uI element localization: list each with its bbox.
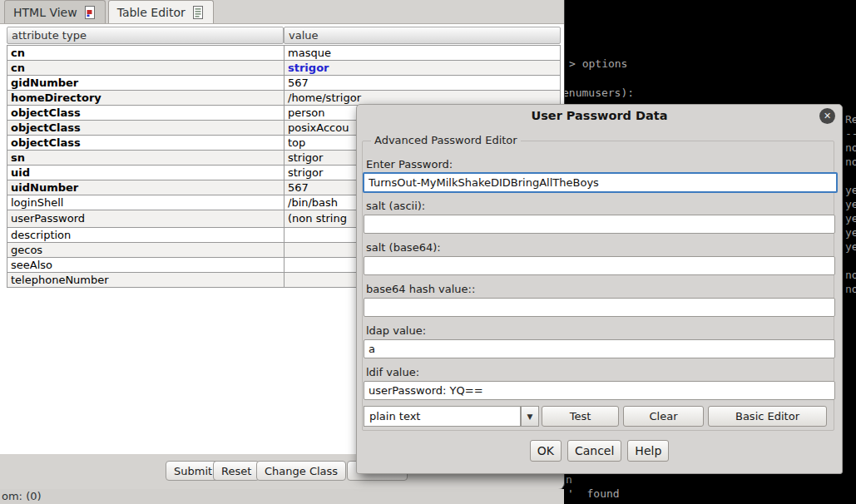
attribute-type-cell: objectClass <box>7 106 284 121</box>
help-button[interactable]: Help <box>627 440 669 462</box>
user-password-dialog: User Password Data ✕ Advanced Password E… <box>356 104 843 474</box>
status-bar: om: (0) <box>0 489 564 504</box>
table-row[interactable]: cnmasque <box>7 46 561 61</box>
attribute-type-cell: sn <box>7 151 284 166</box>
group-label: Advanced Password Editor <box>371 134 521 146</box>
tab-label: HTML View <box>13 6 77 19</box>
enter-password-input[interactable] <box>363 172 838 193</box>
dialog-title: User Password Data <box>357 109 842 122</box>
salt-base64-input[interactable] <box>364 256 835 275</box>
terminal-text-fragment: no <box>845 156 856 168</box>
attribute-type-cell: cn <box>7 61 284 76</box>
table-row[interactable]: cnstrigor <box>7 61 561 76</box>
attribute-type-cell: objectClass <box>7 121 284 136</box>
scheme-select[interactable]: plain text <box>364 406 521 427</box>
close-icon[interactable]: ✕ <box>819 108 835 124</box>
terminal-text-fragment: Re <box>845 113 856 126</box>
cancel-button[interactable]: Cancel <box>567 440 621 462</box>
ok-button[interactable]: OK <box>530 440 562 462</box>
tab-table-editor[interactable]: Table Editor <box>108 0 214 23</box>
tab-bar: HTML View Table Editor <box>0 0 564 23</box>
attribute-type-cell: gidNumber <box>7 76 284 91</box>
base64-hash-value-label: base64 hash value:: <box>366 283 475 295</box>
tab-html-view[interactable]: HTML View <box>4 0 106 23</box>
attribute-type-cell: uidNumber <box>7 180 284 195</box>
terminal-text-fragment: -- <box>845 127 856 140</box>
clear-button[interactable]: Clear <box>623 406 704 427</box>
test-button[interactable]: Test <box>542 406 619 427</box>
desktop: > optionsenumusers):n' found Re--nonoyey… <box>0 0 856 504</box>
attribute-type-cell: loginShell <box>7 195 284 210</box>
attribute-type-cell: seeAlso <box>7 258 284 273</box>
ldap-value-label: ldap value: <box>366 324 426 337</box>
attribute-type-cell: telephoneNumber <box>7 273 284 288</box>
ldif-value-input[interactable] <box>364 381 835 400</box>
terminal-text-line: > options <box>569 57 627 70</box>
column-header-attribute-type[interactable]: attribute type <box>7 27 284 44</box>
attribute-type-cell: description <box>7 228 284 243</box>
attribute-type-cell: objectClass <box>7 136 284 151</box>
terminal-text-line: enumusers): <box>562 86 634 99</box>
attribute-type-cell: gecos <box>7 243 284 258</box>
terminal-text-fragment: ye <box>845 226 856 239</box>
attribute-value-cell: masque <box>284 46 561 61</box>
terminal-text-fragment: no <box>845 269 856 281</box>
attribute-type-cell: homeDirectory <box>7 91 284 106</box>
basic-editor-button[interactable]: Basic Editor <box>708 406 827 427</box>
ldap-value-input[interactable] <box>364 339 835 358</box>
terminal-text-fragment: ye <box>845 184 856 196</box>
terminal-text-fragment: ye <box>845 240 856 253</box>
attribute-value-cell: 567 <box>284 76 561 91</box>
ldif-value-label: ldif value: <box>366 366 419 378</box>
change-class-button[interactable]: Change Class <box>256 461 346 481</box>
table-doc-icon <box>191 6 205 19</box>
terminal-text-fragment: no <box>845 141 856 154</box>
attribute-type-cell: uid <box>7 166 284 180</box>
column-header-value[interactable]: value <box>284 27 561 44</box>
terminal-text-line: ' found <box>567 487 620 500</box>
tab-label: Table Editor <box>117 6 186 19</box>
terminal-text-fragment: no <box>845 283 856 295</box>
html-doc-icon <box>83 6 96 19</box>
dialog-footer: OK Cancel Help <box>357 440 842 462</box>
attribute-type-cell: userPassword <box>7 210 284 228</box>
salt-base64-label: salt (base64): <box>366 241 441 254</box>
salt-ascii-input[interactable] <box>364 215 835 234</box>
terminal-text-fragment: ye <box>845 198 856 210</box>
terminal-text-fragment: ye <box>845 212 856 225</box>
salt-ascii-label: salt (ascii): <box>366 200 425 212</box>
reset-button[interactable]: Reset <box>213 461 260 481</box>
attribute-type-cell: cn <box>7 46 284 61</box>
table-row[interactable]: gidNumber567 <box>7 76 561 91</box>
attribute-value-cell: strigor <box>284 61 561 76</box>
terminal-text-line: n <box>566 473 572 486</box>
chevron-down-icon[interactable]: ▼ <box>521 406 539 427</box>
table-header-row: attribute type value <box>7 27 561 44</box>
base64-hash-value-input[interactable] <box>364 298 835 317</box>
enter-password-label: Enter Password: <box>366 158 453 170</box>
